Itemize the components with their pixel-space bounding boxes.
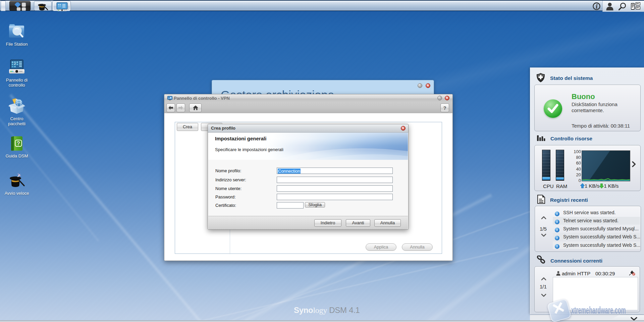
svg-text:?: ?	[17, 141, 20, 146]
